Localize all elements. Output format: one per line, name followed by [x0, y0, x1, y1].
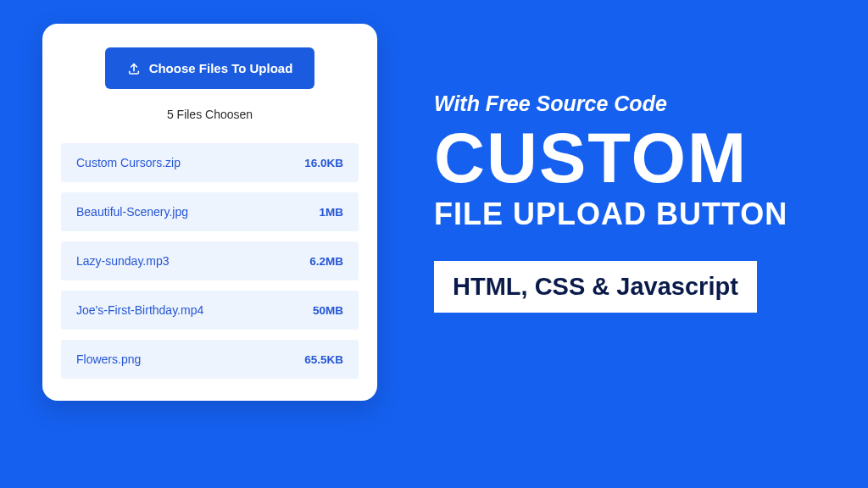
choose-files-button[interactable]: Choose Files To Upload	[105, 47, 315, 89]
list-item: Custom Cursors.zip 16.0KB	[61, 143, 359, 182]
file-size: 65.5KB	[304, 353, 343, 366]
file-name: Flowers.png	[76, 352, 141, 366]
list-item: Lazy-sunday.mp3 6.2MB	[61, 241, 359, 280]
promo-subtitle: FILE UPLOAD BUTTON	[434, 197, 787, 232]
list-item: Beautiful-Scenery.jpg 1MB	[61, 192, 359, 231]
file-size: 6.2MB	[309, 255, 343, 268]
promo-kicker: With Free Source Code	[434, 92, 787, 116]
promo-tag: HTML, CSS & Javascript	[434, 261, 757, 313]
list-item: Flowers.png 65.5KB	[61, 340, 359, 379]
file-name: Lazy-sunday.mp3	[76, 254, 169, 268]
upload-icon	[127, 62, 141, 75]
file-count-status: 5 Files Choosen	[61, 108, 359, 121]
file-name: Joe's-First-Birthday.mp4	[76, 303, 203, 317]
file-name: Custom Cursors.zip	[76, 156, 181, 169]
upload-card: Choose Files To Upload 5 Files Choosen C…	[42, 24, 377, 401]
promo-block: With Free Source Code CUSTOM FILE UPLOAD…	[434, 92, 787, 313]
file-list: Custom Cursors.zip 16.0KB Beautiful-Scen…	[61, 143, 359, 379]
file-size: 1MB	[319, 206, 343, 219]
list-item: Joe's-First-Birthday.mp4 50MB	[61, 291, 359, 330]
file-name: Beautiful-Scenery.jpg	[76, 205, 188, 219]
file-size: 16.0KB	[304, 157, 343, 169]
choose-files-label: Choose Files To Upload	[149, 61, 293, 75]
file-size: 50MB	[313, 304, 343, 317]
promo-title: CUSTOM	[434, 121, 787, 195]
